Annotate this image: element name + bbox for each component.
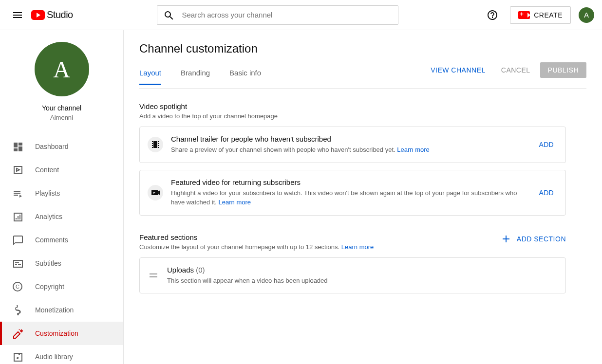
- create-video-icon: [518, 11, 530, 19]
- tab-layout[interactable]: Layout: [139, 69, 161, 85]
- sidebar-item-audio-library[interactable]: Audio library: [0, 345, 123, 364]
- sections-title: Featured sections: [139, 233, 374, 241]
- page-title: Channel customization: [139, 42, 586, 55]
- search-icon: [163, 10, 174, 20]
- tab-branding[interactable]: Branding: [181, 69, 210, 85]
- sidebar-item-comments[interactable]: Comments: [0, 228, 123, 252]
- add-section-button[interactable]: ADD SECTION: [500, 233, 566, 245]
- header-actions: CREATE A: [483, 5, 594, 25]
- featured-add-button[interactable]: ADD: [535, 189, 558, 197]
- youtube-icon: [31, 10, 45, 20]
- featured-learn-more-link[interactable]: Learn more: [219, 199, 251, 206]
- channel-avatar[interactable]: A: [35, 42, 89, 96]
- audio-library-icon: [12, 351, 23, 363]
- film-icon: [148, 137, 163, 152]
- trailer-body: Channel trailer for people who haven't s…: [171, 135, 527, 155]
- subtitles-icon: [12, 257, 23, 269]
- search-input[interactable]: [182, 11, 392, 19]
- view-channel-link[interactable]: VIEW CHANNEL: [425, 62, 491, 78]
- sidebar-item-analytics[interactable]: Analytics: [0, 205, 123, 228]
- user-avatar[interactable]: A: [579, 7, 594, 23]
- search-box[interactable]: [157, 5, 398, 25]
- create-button[interactable]: CREATE: [510, 6, 571, 24]
- featured-video-card: Featured video for returning subscribers…: [139, 170, 566, 216]
- copyright-icon: C: [12, 281, 23, 292]
- featured-desc: Highlight a video for your subscribers t…: [171, 188, 527, 207]
- tabs: Layout Branding Basic info: [139, 69, 261, 85]
- uploads-desc: This section will appear when a video ha…: [167, 276, 558, 286]
- sections-subtitle: Customize the layout of your channel hom…: [139, 243, 374, 251]
- content-icon: [12, 164, 23, 176]
- analytics-icon: [12, 211, 23, 222]
- body-layout: A Your channel Almenni Dashboard Content…: [0, 30, 602, 364]
- plus-icon: [500, 233, 512, 245]
- video-spotlight-section: Video spotlight Add a video to the top o…: [139, 102, 566, 216]
- search-container: [93, 5, 464, 25]
- your-channel-label: Your channel: [42, 104, 81, 112]
- main-content: Channel customization Layout Branding Ba…: [124, 30, 602, 364]
- svg-text:C: C: [16, 284, 19, 290]
- cancel-button[interactable]: CANCEL: [495, 62, 536, 78]
- customization-icon: [12, 328, 23, 339]
- sidebar-item-subtitles[interactable]: Subtitles: [0, 252, 123, 275]
- help-icon: [487, 9, 498, 21]
- help-button[interactable]: [483, 5, 502, 25]
- trailer-learn-more-link[interactable]: Learn more: [397, 146, 429, 153]
- sidebar-item-copyright[interactable]: C Copyright: [0, 275, 123, 298]
- uploads-count: (0): [196, 266, 205, 274]
- sections-learn-more-link[interactable]: Learn more: [341, 243, 374, 251]
- featured-sections-header: Featured sections Customize the layout o…: [139, 233, 566, 251]
- hamburger-menu-button[interactable]: [8, 5, 27, 25]
- uploads-section-card: Uploads (0) This section will appear whe…: [139, 257, 566, 294]
- sidebar-item-dashboard[interactable]: Dashboard: [0, 135, 123, 158]
- spotlight-title: Video spotlight: [139, 102, 566, 110]
- uploads-body: Uploads (0) This section will appear whe…: [167, 266, 558, 286]
- featured-title: Featured video for returning subscribers: [171, 178, 527, 186]
- publish-button: PUBLISH: [540, 62, 586, 78]
- top-header: Studio CREATE A: [0, 0, 602, 30]
- tabs-row: Layout Branding Basic info VIEW CHANNEL …: [139, 65, 586, 89]
- channel-name: Almenni: [50, 114, 73, 121]
- playlists-icon: [12, 187, 23, 199]
- logo-text: Studio: [47, 9, 73, 20]
- sidebar-item-customization[interactable]: Customization: [0, 322, 123, 345]
- drag-handle-icon[interactable]: [148, 273, 159, 277]
- page-actions: VIEW CHANNEL CANCEL PUBLISH: [425, 62, 586, 78]
- trailer-title: Channel trailer for people who haven't s…: [171, 135, 527, 143]
- uploads-title: Uploads (0): [167, 266, 558, 274]
- menu-icon: [12, 9, 23, 21]
- create-label: CREATE: [534, 11, 563, 19]
- tab-basic-info[interactable]: Basic info: [229, 69, 261, 85]
- dashboard-icon: [12, 141, 23, 152]
- nav: Dashboard Content Playlists Analytics Co…: [0, 133, 123, 364]
- channel-block: A Your channel Almenni: [0, 30, 123, 133]
- trailer-add-button[interactable]: ADD: [535, 141, 558, 148]
- monetization-icon: [12, 304, 23, 316]
- featured-body: Featured video for returning subscribers…: [171, 178, 527, 207]
- sidebar-item-playlists[interactable]: Playlists: [0, 182, 123, 205]
- featured-video-icon: [148, 185, 163, 200]
- sidebar-item-monetization[interactable]: Monetization: [0, 298, 123, 322]
- studio-logo[interactable]: Studio: [31, 9, 73, 20]
- spotlight-subtitle: Add a video to the top of your channel h…: [139, 112, 566, 120]
- trailer-card: Channel trailer for people who haven't s…: [139, 127, 566, 163]
- trailer-desc: Share a preview of your channel shown wi…: [171, 145, 527, 155]
- sidebar: A Your channel Almenni Dashboard Content…: [0, 30, 124, 364]
- sidebar-item-content[interactable]: Content: [0, 158, 123, 182]
- comments-icon: [12, 234, 23, 246]
